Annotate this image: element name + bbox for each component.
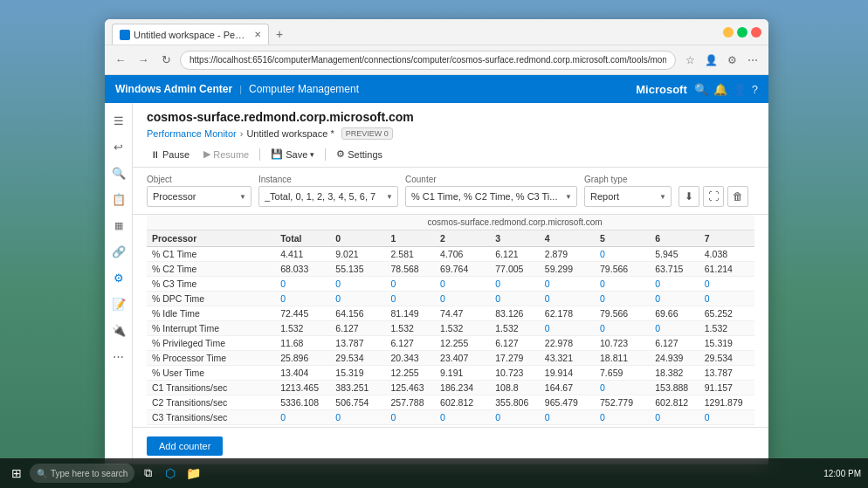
sidebar-icon-more[interactable]: ⋯ (108, 346, 129, 367)
new-tab-button[interactable]: + (269, 24, 290, 45)
download-button[interactable]: ⬇ (679, 186, 699, 207)
sidebar-icon-settings[interactable]: ⚙ (108, 267, 129, 288)
maximize-button[interactable] (737, 27, 747, 38)
table-row[interactable]: C2 Transitions/sec5336.108506.754257.788… (147, 395, 754, 410)
row-value: 10.723 (490, 366, 540, 381)
sidebar-icon-plugins[interactable]: 🔌 (108, 320, 129, 340)
edge-browser-icon[interactable]: ⬡ (161, 464, 180, 483)
table-row[interactable]: % Idle Time72.44564.15681.14974.4783.126… (147, 306, 754, 321)
forward-button[interactable]: → (134, 52, 152, 69)
table-row[interactable]: % C1 Time4.4119.0212.5814.7066.1212.8790… (147, 247, 754, 262)
row-value: 18.811 (595, 351, 650, 366)
sidebar-icon-search[interactable]: 🔍 (108, 162, 129, 183)
tab-strip: Untitled workspace - Perform... ✕ + (112, 19, 713, 45)
sidebar-icon-devices[interactable]: 🔗 (108, 241, 129, 262)
row-value: 18.382 (650, 366, 699, 381)
main-area: cosmos-surface.redmond.corp.microsoft.co… (133, 103, 768, 464)
instance-select[interactable]: _Total, 0, 1, 2, 3, 4, 5, 6, 7 (258, 186, 398, 207)
table-row[interactable]: % Privileged Time11.6813.7876.12712.2556… (147, 336, 754, 351)
graph-type-label: Graph type (584, 175, 672, 184)
task-view-button[interactable]: ⧉ (138, 464, 157, 483)
counter-select[interactable]: % C1 Time, % C2 Time, % C3 Ti... (405, 186, 577, 207)
row-value: 355.806 (490, 395, 540, 410)
row-value: 64.156 (330, 306, 385, 321)
toolbar-icons: 🔍 🔔 👤 ? (694, 83, 758, 96)
browser-window: Untitled workspace - Perform... ✕ + ← → … (105, 19, 768, 464)
table-row[interactable]: C3 Transitions/sec000000000 (147, 410, 754, 425)
table-row[interactable]: C1 Transitions/sec1213.465383.251125.463… (147, 381, 754, 395)
breadcrumb-item1[interactable]: Performance Monitor (147, 128, 237, 139)
table-row[interactable]: % Interrupt Time1.5326.1271.5321.5321.53… (147, 321, 754, 336)
resume-label: Resume (213, 149, 249, 160)
row-value: 6.121 (490, 247, 540, 262)
row-value: 0 (490, 292, 540, 306)
row-value: 68.033 (275, 262, 330, 277)
more-icon[interactable]: ⋯ (744, 52, 761, 69)
row-value: 1213.465 (275, 381, 330, 395)
site-name-cell: cosmos-surface.redmond.corp.microsoft.co… (275, 215, 754, 230)
row-value: 2.581 (386, 247, 436, 262)
instance-label: Instance (258, 175, 398, 184)
col-header-1: 1 (386, 230, 436, 247)
expand-button[interactable]: ⛶ (703, 186, 724, 207)
row-value: 4.411 (275, 247, 330, 262)
row-value: 0 (435, 277, 490, 292)
delete-button[interactable]: 🗑 (727, 186, 748, 207)
row-value: 186.234 (435, 381, 490, 395)
sidebar-icon-back[interactable]: ↩ (108, 136, 129, 157)
start-button[interactable]: ⊞ (7, 464, 26, 483)
close-button[interactable] (751, 27, 761, 38)
col-header-6: 6 (650, 230, 699, 247)
toolbar-user-icon[interactable]: 👤 (733, 83, 747, 96)
add-counter-button[interactable]: Add counter (147, 436, 223, 456)
back-button[interactable]: ← (112, 52, 129, 69)
toolbar-notification-icon[interactable]: 🔔 (713, 83, 727, 96)
minimize-button[interactable] (723, 27, 734, 38)
row-value: 81.149 (386, 306, 436, 321)
row-value: 63.715 (650, 262, 699, 277)
sidebar-icon-logs[interactable]: 📝 (108, 293, 129, 314)
col-header-0: 0 (330, 230, 385, 247)
resume-button[interactable]: ▶ Resume (200, 147, 252, 162)
active-tab[interactable]: Untitled workspace - Perform... ✕ (112, 24, 269, 45)
pause-button[interactable]: ⏸ Pause (147, 148, 193, 162)
table-row[interactable]: % C2 Time68.03355.13578.56869.76477.0055… (147, 262, 754, 277)
settings-icon[interactable]: ⚙ (723, 52, 741, 69)
file-explorer-icon[interactable]: 📁 (183, 464, 203, 483)
address-input[interactable] (180, 51, 676, 70)
refresh-button[interactable]: ↻ (157, 52, 175, 69)
row-value: 0 (540, 410, 595, 425)
row-value: 0 (275, 410, 330, 425)
table-row[interactable]: % Processor Time25.89629.53420.34323.407… (147, 351, 754, 366)
windows-admin-center-label[interactable]: Windows Admin Center (115, 83, 232, 95)
profile-icon[interactable]: 👤 (702, 52, 720, 69)
toolbar-search-icon[interactable]: 🔍 (694, 83, 708, 96)
taskbar-search[interactable]: 🔍 Type here to search (30, 464, 134, 483)
save-button[interactable]: 💾 Save ▾ (267, 147, 318, 162)
row-value: 506.754 (330, 395, 385, 410)
sidebar-icon-overview[interactable]: 📋 (108, 189, 129, 210)
settings-button[interactable]: ⚙ Settings (333, 147, 386, 162)
table-row[interactable]: % User Time13.40415.31912.2559.19110.723… (147, 366, 754, 381)
table-row[interactable]: % DPC Time000000000 (147, 292, 754, 306)
favorites-icon[interactable]: ☆ (681, 52, 699, 69)
sidebar-icon-chart[interactable]: ▦ (108, 215, 129, 236)
toolbar-help-icon[interactable]: ? (752, 83, 758, 96)
row-value: 0 (699, 410, 754, 425)
tab-close-button[interactable]: ✕ (254, 30, 261, 39)
row-value: 20.343 (386, 351, 436, 366)
graph-type-select[interactable]: Report (584, 186, 672, 207)
table-row[interactable]: % C3 Time000000000 (147, 277, 754, 292)
breadcrumb-item2: Untitled workspace * (246, 128, 334, 139)
object-select[interactable]: Processor (147, 186, 251, 207)
row-value: 11.68 (275, 336, 330, 351)
sidebar-icon-menu[interactable]: ☰ (108, 110, 129, 131)
row-value: 5.945 (650, 247, 699, 262)
row-value: 0 (330, 277, 385, 292)
taskbar-search-icon: 🔍 (37, 469, 47, 478)
row-value: 12.255 (435, 336, 490, 351)
computer-management-label[interactable]: Computer Management (249, 83, 359, 95)
tab-label: Untitled workspace - Perform... (134, 30, 247, 40)
row-value: 1.532 (699, 321, 754, 336)
table-body: % C1 Time4.4119.0212.5814.7066.1212.8790… (147, 247, 754, 428)
